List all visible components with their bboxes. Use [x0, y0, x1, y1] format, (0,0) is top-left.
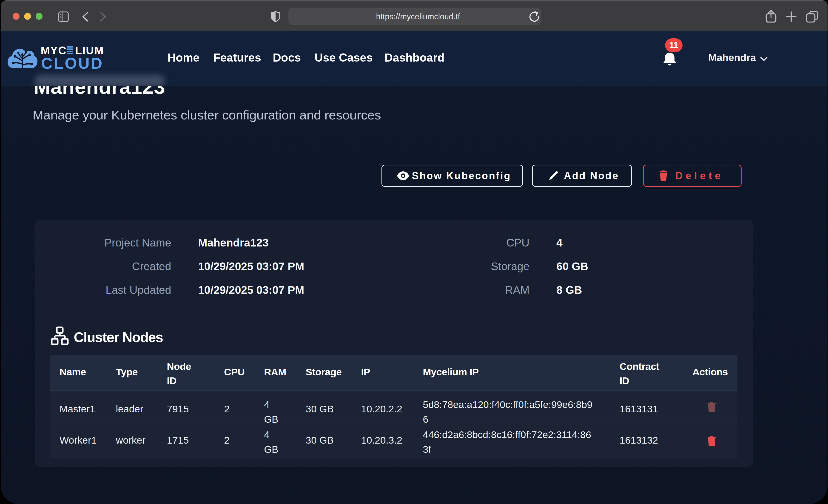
svg-text:CLOUD: CLOUD	[41, 54, 104, 71]
